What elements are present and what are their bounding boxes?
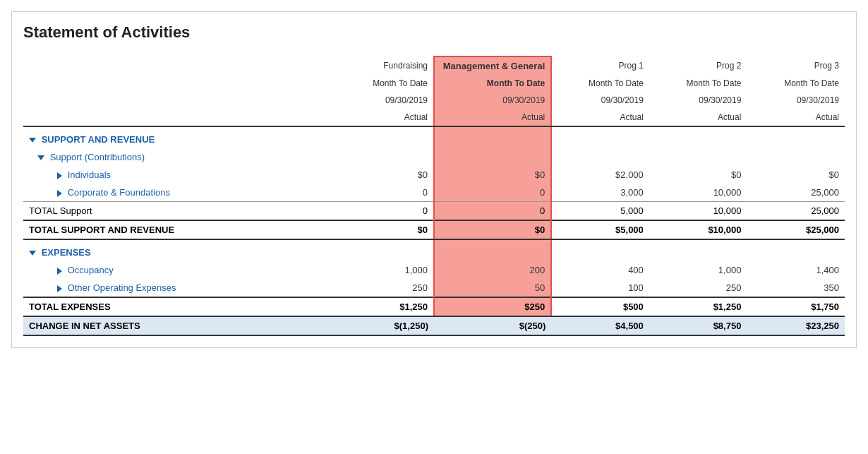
change-prog3: $23,250 [747,316,845,335]
change-prog1: $4,500 [551,316,649,335]
change-net-assets-label: CHANGE IN NET ASSETS [23,316,336,335]
statement-table: Fundraising Management & General Prog 1 … [23,56,845,336]
support-contributions-prog2 [649,148,747,166]
fundraising-date: 09/30/2019 [336,92,434,109]
prog1-period: Month To Date [551,75,649,92]
collapse-arrow-expenses[interactable] [29,251,36,256]
collapse-arrow[interactable] [29,138,36,143]
occupancy-prog2: 1,000 [649,261,747,279]
total-support-mgmt: 0 [434,202,551,221]
prog1-actual: Actual [551,109,649,126]
expand-arrow-occupancy[interactable] [57,268,62,275]
label-header [23,56,336,75]
support-contributions-mgmt [434,148,551,166]
support-revenue-prog2 [649,126,747,148]
label-date [23,92,336,109]
total-expenses-mgmt: $250 [434,297,551,316]
occupancy-prog1: 400 [551,261,649,279]
support-contributions-subsection: Support (Contributions) [23,148,845,166]
prog1-date: 09/30/2019 [551,92,649,109]
change-prog2: $8,750 [649,316,747,335]
individuals-label: Individuals [23,166,336,184]
other-operating-fundraising: 250 [336,279,434,297]
total-support-revenue-prog1: $5,000 [551,220,649,239]
prog2-period: Month To Date [649,75,747,92]
individuals-fundraising: $0 [336,166,434,184]
total-expenses-prog3: $1,750 [747,297,845,316]
total-expenses-fundraising: $1,250 [336,297,434,316]
expand-arrow-corporate[interactable] [57,190,62,197]
support-contributions-fundraising [336,148,434,166]
corporate-mgmt: 0 [434,184,551,202]
prog2-actual: Actual [649,109,747,126]
total-support-revenue-mgmt: $0 [434,220,551,239]
prog1-header: Prog 1 [551,56,649,75]
corporate-foundations-label: Corporate & Foundations [23,184,336,202]
support-revenue-fundraising [336,126,434,148]
expenses-label: EXPENSES [23,239,336,261]
individuals-row: Individuals $0 $0 $2,000 $0 $0 [23,166,845,184]
support-revenue-prog3 [747,126,845,148]
occupancy-prog3: 1,400 [747,261,845,279]
total-support-prog2: 10,000 [649,202,747,221]
total-support-revenue-label: TOTAL SUPPORT AND REVENUE [23,220,336,239]
total-expenses-label: TOTAL EXPENSES [23,297,336,316]
occupancy-label: Occupancy [23,261,336,279]
report-title: Statement of Activities [23,23,845,42]
total-support-label: TOTAL Support [23,202,336,221]
other-operating-mgmt: 50 [434,279,551,297]
expand-arrow-other[interactable] [57,285,62,292]
support-contributions-prog1 [551,148,649,166]
total-support-row: TOTAL Support 0 0 5,000 10,000 25,000 [23,202,845,221]
mgmt-date: 09/30/2019 [434,92,551,109]
individuals-prog2: $0 [649,166,747,184]
change-fundraising: $(1,250) [336,316,434,335]
total-support-revenue-fundraising: $0 [336,220,434,239]
support-contributions-label: Support (Contributions) [23,148,336,166]
report-container: Statement of Activities Fundraising Mana… [11,11,857,348]
mgmt-actual: Actual [434,109,551,126]
support-revenue-section: SUPPORT AND REVENUE [23,126,845,148]
total-expenses-row: TOTAL EXPENSES $1,250 $250 $500 $1,250 $… [23,297,845,316]
support-revenue-mgmt [434,126,551,148]
date-row: 09/30/2019 09/30/2019 09/30/2019 09/30/2… [23,92,845,109]
expenses-fundraising [336,239,434,261]
total-support-fundraising: 0 [336,202,434,221]
prog3-header: Prog 3 [747,56,845,75]
total-expenses-prog1: $500 [551,297,649,316]
fundraising-actual: Actual [336,109,434,126]
label-actual [23,109,336,126]
period-row: Month To Date Month To Date Month To Dat… [23,75,845,92]
collapse-arrow-contributions[interactable] [37,155,44,160]
column-name-row: Fundraising Management & General Prog 1 … [23,56,845,75]
other-operating-label: Other Operating Expenses [23,279,336,297]
change-mgmt: $(250) [434,316,551,335]
other-operating-prog3: 350 [747,279,845,297]
corporate-fundraising: 0 [336,184,434,202]
fundraising-period: Month To Date [336,75,434,92]
support-revenue-label: SUPPORT AND REVENUE [23,126,336,148]
prog3-date: 09/30/2019 [747,92,845,109]
support-contributions-prog3 [747,148,845,166]
expenses-prog2 [649,239,747,261]
individuals-prog3: $0 [747,166,845,184]
fundraising-header: Fundraising [336,56,434,75]
other-operating-prog2: 250 [649,279,747,297]
individuals-prog1: $2,000 [551,166,649,184]
other-operating-row: Other Operating Expenses 250 50 100 250 … [23,279,845,297]
expand-arrow-individuals[interactable] [57,172,62,179]
total-support-revenue-prog3: $25,000 [747,220,845,239]
total-support-prog3: 25,000 [747,202,845,221]
corporate-foundations-row: Corporate & Foundations 0 0 3,000 10,000… [23,184,845,202]
occupancy-fundraising: 1,000 [336,261,434,279]
expenses-section: EXPENSES [23,239,845,261]
prog3-actual: Actual [747,109,845,126]
expenses-prog3 [747,239,845,261]
prog3-period: Month To Date [747,75,845,92]
mgmt-period: Month To Date [434,75,551,92]
change-net-assets-row: CHANGE IN NET ASSETS $(1,250) $(250) $4,… [23,316,845,335]
actual-row: Actual Actual Actual Actual Actual [23,109,845,126]
expenses-prog1 [551,239,649,261]
total-support-revenue-prog2: $10,000 [649,220,747,239]
total-support-revenue-row: TOTAL SUPPORT AND REVENUE $0 $0 $5,000 $… [23,220,845,239]
